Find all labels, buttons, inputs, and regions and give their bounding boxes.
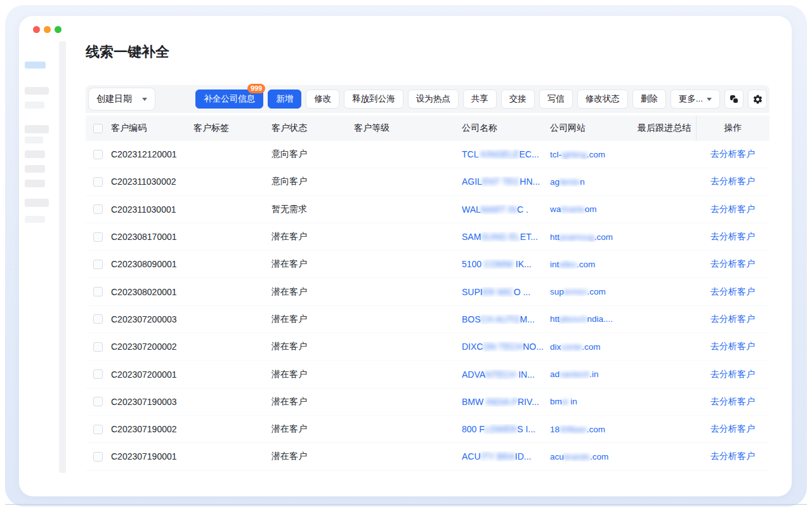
analyze-customer-link[interactable]: 去分析客户 bbox=[710, 423, 755, 435]
company-website-link[interactable]: advantech.in bbox=[550, 369, 638, 379]
company-website-link[interactable]: dixconte.com bbox=[550, 342, 638, 352]
sidebar-item-skeleton[interactable] bbox=[25, 165, 45, 173]
row-checkbox[interactable] bbox=[93, 177, 103, 187]
company-name-link[interactable]: SAMSUNG ELET... bbox=[462, 232, 550, 242]
toolbar-button-group: 补全公司信息999新增 修改释放到公海设为热点共享交接写信修改状态删除 更多..… bbox=[195, 90, 767, 109]
sidebar-item-skeleton[interactable] bbox=[25, 199, 49, 207]
sidebar-item-skeleton[interactable] bbox=[25, 180, 45, 187]
sidebar-item-skeleton[interactable] bbox=[25, 150, 45, 158]
company-website-link[interactable]: bmw in bbox=[550, 397, 638, 406]
sidebar-item-active[interactable] bbox=[25, 62, 46, 69]
row-checkbox-cell bbox=[86, 314, 111, 324]
share-button[interactable]: 共享 bbox=[463, 90, 497, 109]
analyze-customer-link[interactable]: 去分析客户 bbox=[710, 286, 755, 298]
analyze-customer-link[interactable]: 去分析客户 bbox=[710, 369, 755, 380]
redacted-text-prefix: htt bbox=[550, 314, 560, 324]
company-name-link[interactable]: BMW INDIA PRIV... bbox=[462, 397, 550, 407]
row-checkbox-cell bbox=[86, 369, 111, 379]
customer-status-cell: 潜在客户 bbox=[272, 314, 354, 325]
row-checkbox[interactable] bbox=[93, 425, 103, 434]
add-new-button[interactable]: 新增 bbox=[268, 90, 301, 109]
delete-button[interactable]: 删除 bbox=[632, 90, 666, 109]
company-website-link[interactable]: inteliko.com bbox=[550, 260, 638, 269]
company-website-link[interactable]: httpsamsug.com bbox=[550, 232, 638, 242]
customer-status-cell: 意向客户 bbox=[272, 176, 354, 187]
sidebar-item-skeleton[interactable] bbox=[25, 87, 49, 95]
row-checkbox[interactable] bbox=[93, 287, 103, 296]
analyze-customer-link[interactable]: 去分析客户 bbox=[710, 451, 755, 462]
redacted-text-suffix: n bbox=[580, 177, 585, 187]
release-to-public-sea-button[interactable]: 释放到公海 bbox=[344, 90, 403, 109]
analyze-customer-link[interactable]: 去分析客户 bbox=[710, 231, 755, 242]
set-hot-button[interactable]: 设为热点 bbox=[408, 90, 459, 109]
company-website-link[interactable]: acubrands.com bbox=[550, 452, 638, 461]
sidebar-item-skeleton[interactable] bbox=[25, 216, 45, 223]
company-website-link[interactable]: supermicr.com bbox=[550, 287, 638, 296]
company-website-link[interactable]: walmarteom bbox=[550, 204, 638, 214]
analyze-customer-link[interactable]: 去分析客户 bbox=[710, 204, 755, 215]
company-name-link[interactable]: ACUITY BRAID... bbox=[462, 451, 550, 461]
company-website-link[interactable]: 1800flwer.com bbox=[550, 425, 638, 434]
sidebar-item-skeleton[interactable] bbox=[25, 102, 44, 109]
redacted-text-suffix: ID... bbox=[515, 451, 532, 461]
row-checkbox[interactable] bbox=[93, 452, 103, 461]
redacted-blurred-segment: 00flwer bbox=[560, 425, 587, 434]
row-checkbox[interactable] bbox=[93, 232, 103, 242]
customer-status-cell: 潜在客户 bbox=[272, 286, 354, 298]
write-email-button[interactable]: 写信 bbox=[539, 90, 573, 109]
sidebar-skeleton bbox=[19, 16, 79, 496]
customer-code-cell: C202308090001 bbox=[111, 259, 193, 269]
more-button[interactable]: 更多... bbox=[671, 90, 720, 109]
company-name-link[interactable]: ADVANTECH IN... bbox=[462, 369, 550, 380]
action-cell: 去分析客户 bbox=[696, 231, 769, 242]
table-row: C202307200003潜在客户BOSCH AUTOM...httpbosch… bbox=[86, 306, 769, 333]
redacted-text-prefix: dix bbox=[550, 342, 561, 352]
row-checkbox-cell bbox=[86, 232, 111, 242]
row-checkbox[interactable] bbox=[93, 369, 103, 379]
row-checkbox[interactable] bbox=[93, 342, 103, 352]
company-name-link[interactable]: BOSCH AUTOM... bbox=[462, 314, 550, 324]
analyze-customer-link[interactable]: 去分析客户 bbox=[710, 258, 755, 270]
row-checkbox[interactable] bbox=[93, 397, 103, 406]
analyze-customer-link[interactable]: 去分析客户 bbox=[710, 176, 755, 187]
company-name-link[interactable]: TCL KINGELEEC... bbox=[462, 149, 550, 159]
column-header: 公司名称 bbox=[462, 123, 550, 134]
create-date-filter-dropdown[interactable]: 创建日期 bbox=[88, 88, 155, 110]
row-checkbox[interactable] bbox=[93, 260, 103, 269]
select-all-checkbox[interactable] bbox=[93, 124, 103, 133]
company-name-link[interactable]: DIXCON TECHNO... bbox=[462, 342, 550, 352]
action-cell: 去分析客户 bbox=[696, 451, 769, 462]
company-name-link[interactable]: 800 FLOWERS I... bbox=[462, 424, 550, 434]
company-name-link[interactable]: 5100 COMW IK... bbox=[462, 259, 550, 269]
chevron-down-icon bbox=[142, 98, 147, 101]
page-title: 线索一键补全 bbox=[86, 44, 769, 60]
row-checkbox-cell bbox=[86, 342, 111, 352]
analyze-customer-link[interactable]: 去分析客户 bbox=[710, 314, 755, 325]
edit-button[interactable]: 修改 bbox=[306, 90, 339, 109]
redacted-blurred-segment: SUNG EL bbox=[481, 232, 520, 242]
redacted-text-suffix: om bbox=[585, 204, 597, 214]
analyze-customer-link[interactable]: 去分析客户 bbox=[710, 149, 755, 160]
column-header: 客户等级 bbox=[354, 123, 462, 134]
handover-button[interactable]: 交接 bbox=[501, 90, 535, 109]
settings-button[interactable] bbox=[748, 90, 767, 109]
table-row: C202308020001潜在客户SUPIER MICO ...supermic… bbox=[86, 278, 769, 305]
redacted-blurred-segment: ilento bbox=[560, 177, 580, 187]
customer-code-cell: C202307200001 bbox=[111, 369, 193, 380]
row-checkbox[interactable] bbox=[93, 204, 103, 214]
company-website-link[interactable]: tcl-ighting.com bbox=[550, 150, 638, 159]
switch-view-button[interactable] bbox=[724, 90, 743, 109]
company-website-link[interactable]: httpboschndia.... bbox=[550, 314, 638, 324]
company-website-link[interactable]: agilenton bbox=[550, 177, 638, 187]
sidebar-item-skeleton[interactable] bbox=[25, 136, 43, 143]
company-name-link[interactable]: SUPIER MICO ... bbox=[462, 287, 550, 297]
company-name-link[interactable]: WALMART INC . bbox=[462, 204, 550, 215]
row-checkbox[interactable] bbox=[93, 150, 103, 159]
complete-company-info-button[interactable]: 补全公司信息999 bbox=[195, 90, 263, 109]
analyze-customer-link[interactable]: 去分析客户 bbox=[710, 341, 755, 352]
row-checkbox[interactable] bbox=[93, 314, 103, 324]
analyze-customer-link[interactable]: 去分析客户 bbox=[710, 396, 755, 408]
sidebar-item-skeleton[interactable] bbox=[25, 125, 49, 133]
company-name-link[interactable]: AGILENT TECHN... bbox=[462, 176, 550, 187]
change-status-button[interactable]: 修改状态 bbox=[577, 90, 628, 109]
